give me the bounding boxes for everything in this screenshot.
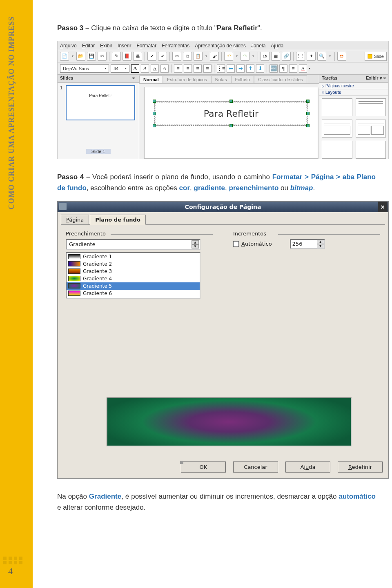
menu-editar[interactable]: Editar (82, 43, 95, 49)
layout-twocontent[interactable] (356, 120, 386, 138)
mail-icon[interactable]: ✉ (98, 52, 107, 61)
list-item[interactable]: Gradiente 3 (67, 268, 200, 275)
tasks-masterpages[interactable]: ▷Páginas mestre (319, 83, 388, 89)
tab-outline[interactable]: Estrutura de tópicos (163, 75, 211, 83)
menu-apresentacao[interactable]: Apresentação de slides (195, 43, 246, 49)
save-icon[interactable]: 💾 (87, 52, 96, 61)
pdf-icon[interactable]: 📕 (122, 52, 131, 61)
menu-janela[interactable]: Janela (251, 43, 265, 49)
incrementos-label: Incrementos (233, 231, 380, 237)
spellcheck-icon[interactable]: ✔ (147, 52, 156, 61)
list-item[interactable]: Gradiente 6 (67, 290, 200, 297)
fill-type-combo[interactable]: Gradiente ▲▼ (66, 239, 200, 250)
increments-spinner[interactable]: 256 ▲▼ (290, 239, 325, 249)
autocheck-icon[interactable]: ✔ (158, 52, 167, 61)
open-icon[interactable]: 📂 (76, 52, 85, 61)
svg-rect-0 (368, 54, 372, 58)
layout-6[interactable] (356, 141, 386, 159)
menu-inserir[interactable]: Inserir (118, 43, 131, 49)
moveup-icon[interactable]: ⬆ (246, 64, 254, 73)
promote-icon[interactable]: ⬅ (227, 64, 235, 73)
bold-icon[interactable]: A (131, 64, 139, 73)
slide-dropdown[interactable]: Slide (365, 52, 387, 61)
layout-title[interactable] (356, 98, 386, 116)
up-icon[interactable]: ▲ (317, 240, 324, 244)
print-icon[interactable]: 🖶 (133, 52, 142, 61)
automatico-label: Automático (241, 241, 272, 247)
gradient-listbox[interactable]: Gradiente 1 Gradiente 2 Gradiente 3 Grad… (66, 252, 200, 299)
cancel-button[interactable]: Cancelar (233, 462, 278, 473)
para-icon[interactable]: ¶ (279, 64, 287, 73)
edit-icon[interactable]: ✎ (112, 52, 121, 61)
step4-label: Passo 4 – (57, 173, 90, 181)
list-item-selected[interactable]: Gradiente 5 (67, 282, 200, 290)
movedown-icon[interactable]: ⬇ (256, 64, 264, 73)
help-icon[interactable]: ⛑ (337, 52, 346, 61)
ok-button[interactable]: OK (181, 462, 226, 473)
tasks-layouts[interactable]: ▽Layouts (319, 89, 388, 96)
undo-icon[interactable]: ↶ (224, 52, 233, 61)
slides-panel-title: Slides (60, 75, 73, 82)
chart-icon[interactable]: ◔ (261, 52, 270, 61)
char-icon[interactable]: 🔤 (270, 64, 278, 73)
layout-5[interactable] (322, 141, 352, 159)
align-left-icon[interactable]: ≡ (174, 64, 182, 73)
up-icon[interactable]: ▲ (192, 240, 199, 244)
align-justify-icon[interactable]: ≡ (203, 64, 212, 73)
underline-icon[interactable]: A (151, 64, 159, 73)
font-size-combo[interactable]: 44▾ (111, 64, 129, 73)
down-icon[interactable]: ▼ (317, 244, 324, 248)
menu-exibir[interactable]: Exibir (100, 43, 112, 49)
slide-thumbnail[interactable]: Para Refletir (66, 85, 135, 120)
shadow-icon[interactable]: A (160, 64, 169, 73)
hyperlink-icon[interactable]: 🔗 (282, 52, 291, 61)
list-item[interactable]: Gradiente 2 (67, 260, 200, 268)
menu-ajuda[interactable]: Ajuda (271, 43, 283, 49)
nav-icon[interactable]: ✦ (307, 52, 316, 61)
new-icon[interactable]: 📄 (60, 52, 69, 61)
zoom-icon[interactable]: 🔍 (317, 52, 326, 61)
align-center-icon[interactable]: ≡ (184, 64, 192, 73)
down-icon[interactable]: ▼ (192, 244, 199, 249)
paste-icon[interactable]: 📋 (194, 52, 203, 61)
tasks-exibir[interactable]: Exibir ▾ × (366, 75, 386, 82)
close-icon[interactable]: × (131, 75, 136, 82)
menu-arquivo[interactable]: Arquivo (60, 43, 77, 49)
tab-notes[interactable]: Notas (211, 75, 231, 83)
list-item[interactable]: Gradiente 1 (67, 253, 200, 260)
numbering-icon[interactable]: ≡ (289, 64, 297, 73)
bullets-icon[interactable]: ⋮≡ (217, 64, 225, 73)
italic-icon[interactable]: A (141, 64, 149, 73)
tab-normal[interactable]: Normal (139, 75, 163, 83)
gradient-preview (107, 397, 352, 446)
demote-icon[interactable]: ➡ (236, 64, 245, 73)
brush-icon[interactable]: 🖌 (210, 52, 219, 61)
font-name-combo[interactable]: DejaVu Sans▾ (60, 64, 109, 73)
help-button[interactable]: Ajuda (285, 462, 330, 473)
grid-icon[interactable]: ⋮⋮ (296, 52, 305, 61)
copy-icon[interactable]: ⧉ (183, 52, 192, 61)
slide-canvas[interactable]: Para Refletir (144, 87, 318, 159)
align-right-icon[interactable]: ≡ (194, 64, 202, 73)
close-icon[interactable]: × (378, 202, 388, 212)
redo-icon[interactable]: ↷ (241, 52, 249, 61)
layout-blank[interactable] (322, 98, 352, 116)
bottom-paragraph: Na opção Gradiente, é possível aumentar … (57, 491, 376, 513)
automatico-checkbox[interactable] (233, 241, 239, 247)
window-icon (59, 203, 67, 210)
group-preenchimento: Preenchimento Gradiente ▲▼ Gradiente 1 G… (66, 231, 213, 299)
tab-plano-de-fundo[interactable]: Plano de fundo (90, 215, 146, 225)
tab-handout[interactable]: Folheto (231, 75, 254, 83)
menu-ferramentas[interactable]: Ferramentas (162, 43, 189, 49)
fontcolor-icon[interactable]: A (299, 64, 307, 73)
title-textbox[interactable]: Para Refletir (154, 101, 308, 126)
layout-content[interactable] (322, 120, 352, 138)
menu-formatar[interactable]: Formatar (136, 43, 156, 49)
table-icon[interactable]: ▦ (271, 52, 280, 61)
reset-button[interactable]: Redefinir (338, 462, 383, 473)
title-text[interactable]: Para Refletir (156, 103, 306, 124)
cut-icon[interactable]: ✂ (172, 52, 181, 61)
list-item[interactable]: Gradiente 4 (67, 275, 200, 282)
tab-pagina[interactable]: Página (61, 215, 89, 225)
tab-sorter[interactable]: Classificador de slides (254, 75, 307, 83)
